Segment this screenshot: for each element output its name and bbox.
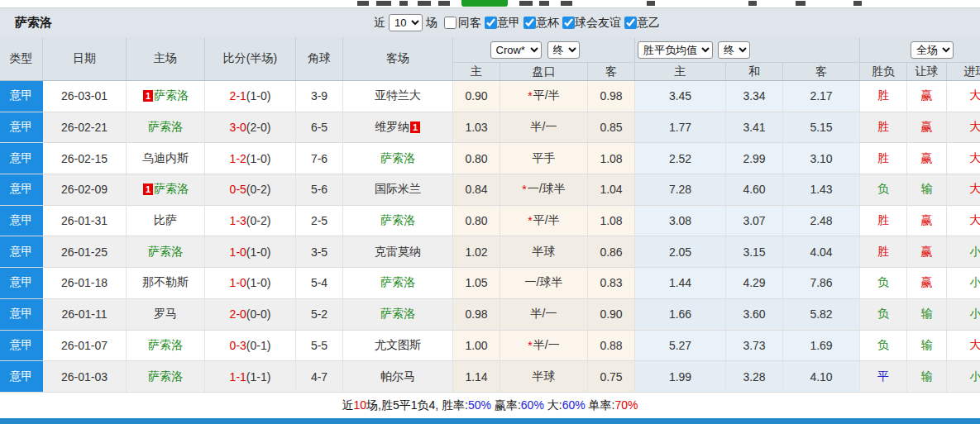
eu-away-odds-cell: 1.69 xyxy=(783,331,860,361)
team-link[interactable]: 萨索洛 xyxy=(380,307,415,322)
team-link[interactable]: 克雷莫纳 xyxy=(375,245,421,260)
eu-away-odds-cell: 4.04 xyxy=(783,236,860,267)
corners-cell: 7-6 xyxy=(296,143,343,174)
team-link[interactable]: 萨索洛 xyxy=(148,338,183,353)
filter-checkbox-球会友谊[interactable]: 球会友谊 xyxy=(559,16,621,31)
asian-time-select[interactable]: 终 xyxy=(547,41,580,59)
handicap-value: 半/一 xyxy=(531,120,557,135)
filter-checkboxes: 同客意甲意杯球会友谊意乙 xyxy=(437,16,660,31)
team-link[interactable]: 尤文图斯 xyxy=(375,338,421,353)
filter-checkbox-同客[interactable]: 同客 xyxy=(437,16,481,31)
team-link[interactable]: 萨索洛 xyxy=(148,245,183,260)
eu-draw-odds-cell: 4.29 xyxy=(726,268,783,298)
eu-away-odds-cell: 4.10 xyxy=(783,361,860,392)
team-link[interactable]: 萨索洛 xyxy=(380,275,415,290)
goals-cell: 小 xyxy=(947,268,980,298)
away-team-cell: 萨索洛 xyxy=(343,268,453,298)
cover-cell: 赢 xyxy=(907,236,947,267)
away-team-cell: 亚特兰大 xyxy=(343,81,453,112)
checkbox-icon[interactable] xyxy=(624,17,637,29)
ah-home-odds-cell: 0.80 xyxy=(453,206,500,236)
eu-draw-odds-cell: 3.73 xyxy=(726,331,783,361)
eu-away-odds-cell: 2.48 xyxy=(783,206,860,236)
matches-table-wrap: 类型 日期 主场 比分(半场) 角球 客场 Crow* 终 胜平负均值 终 全场… xyxy=(0,37,980,393)
team-link[interactable]: 罗马 xyxy=(154,307,177,322)
goals-cell: 小 xyxy=(947,299,980,330)
table-header: 类型 日期 主场 比分(半场) 角球 客场 Crow* 终 胜平负均值 终 全场… xyxy=(0,37,980,81)
checkbox-icon[interactable] xyxy=(523,17,536,29)
ah-home-odds-cell: 1.00 xyxy=(453,331,500,361)
team-link[interactable]: 萨索洛 xyxy=(380,151,415,166)
half-score: (1-0) xyxy=(246,89,271,102)
table-row: 意甲26-01-03萨索洛1-1(1-1)4-7帕尔马1.14半球0.751.9… xyxy=(0,361,980,393)
summary-part: 大: xyxy=(544,398,562,412)
score-cell: 1-0(1-0) xyxy=(205,268,296,298)
league-cell: 意甲 xyxy=(0,143,43,174)
cover-cell: 赢 xyxy=(907,206,947,236)
checkbox-icon[interactable] xyxy=(444,17,457,29)
team-link[interactable]: 国际米兰 xyxy=(375,182,421,197)
checkbox-icon[interactable] xyxy=(485,17,497,29)
result-cell: 负 xyxy=(860,174,907,205)
star-marker: * xyxy=(522,183,526,196)
eu-home-odds-cell: 3.08 xyxy=(635,206,726,236)
team-link[interactable]: 亚特兰大 xyxy=(375,88,421,103)
score-cell: 2-0(0-0) xyxy=(205,299,296,330)
eu-draw-odds-cell: 2.99 xyxy=(726,143,783,174)
sub-header-goals: 进球 xyxy=(947,63,980,80)
result-cell: 负 xyxy=(860,268,907,298)
sub-header-result: 胜负 xyxy=(860,63,907,80)
league-cell: 意甲 xyxy=(0,206,43,236)
match-count-select[interactable]: 10 xyxy=(389,14,423,31)
handicap-cell: *半/一 xyxy=(500,331,588,361)
filter-checkbox-意甲[interactable]: 意甲 xyxy=(481,16,520,31)
handicap-cell: *一/球半 xyxy=(500,174,588,205)
toolbar-fragment xyxy=(438,1,450,6)
eu-away-odds-cell: 2.17 xyxy=(783,81,860,112)
score-cell: 1-0(1-0) xyxy=(205,236,296,267)
filters: 近 10 场 同客意甲意杯球会友谊意乙 xyxy=(374,14,660,31)
filter-checkbox-意乙[interactable]: 意乙 xyxy=(621,16,660,31)
league-cell: 意甲 xyxy=(0,174,43,205)
bottom-blue-bar xyxy=(0,418,980,424)
full-score: 0-3 xyxy=(230,339,246,352)
team-link[interactable]: 萨索洛 xyxy=(380,213,415,228)
eu-away-odds-cell: 5.15 xyxy=(783,112,860,143)
europe-time-select[interactable]: 终 xyxy=(718,41,750,59)
ah-home-odds-cell: 1.02 xyxy=(453,236,500,267)
league-cell: 意甲 xyxy=(0,81,43,112)
score-cell: 1-1(1-1) xyxy=(205,361,296,392)
team-link[interactable]: 萨索洛 xyxy=(148,369,183,384)
ah-home-odds-cell: 0.80 xyxy=(453,143,500,174)
checkbox-icon[interactable] xyxy=(562,17,575,29)
scope-select[interactable]: 全场 xyxy=(911,41,954,59)
team-link[interactable]: 萨索洛 xyxy=(154,182,189,197)
summary-part: 60% xyxy=(521,398,544,412)
half-score: (2-0) xyxy=(246,121,271,134)
eu-draw-odds-cell: 3.60 xyxy=(726,299,783,330)
goals-cell: 大 xyxy=(947,206,980,236)
table-row: 意甲26-01-11罗马2-0(0-0)5-2萨索洛0.98半/一0.901.6… xyxy=(0,299,980,331)
toolbar-fragment xyxy=(399,1,408,6)
team-link[interactable]: 萨索洛 xyxy=(154,88,189,103)
team-link[interactable]: 萨索洛 xyxy=(148,120,183,135)
europe-odds-select[interactable]: 胜平负均值 xyxy=(638,41,713,59)
toolbar-fragment xyxy=(376,1,391,6)
team-link[interactable]: 乌迪内斯 xyxy=(142,151,189,166)
team-link[interactable]: 维罗纳 xyxy=(375,120,409,135)
green-button-partial[interactable] xyxy=(461,0,508,7)
result-cell: 胜 xyxy=(860,143,907,174)
eu-home-odds-cell: 1.44 xyxy=(635,268,726,298)
sub-header-handicap: 盘口 xyxy=(500,63,588,80)
team-link[interactable]: 比萨 xyxy=(154,213,177,228)
col-header-corners: 角球 xyxy=(296,37,343,80)
team-link[interactable]: 那不勒斯 xyxy=(142,275,189,290)
filter-checkbox-意杯[interactable]: 意杯 xyxy=(520,16,559,31)
away-team-cell: 克雷莫纳 xyxy=(343,236,453,267)
team-link[interactable]: 帕尔马 xyxy=(380,369,415,384)
bookmaker-select[interactable]: Crow* xyxy=(490,41,542,59)
ah-home-odds-cell: 1.05 xyxy=(453,268,500,298)
table-row: 意甲26-01-07萨索洛0-3(0-1)5-5尤文图斯1.00*半/一0.88… xyxy=(0,331,980,362)
star-marker: * xyxy=(528,89,532,102)
eu-draw-odds-cell: 3.41 xyxy=(726,112,783,143)
